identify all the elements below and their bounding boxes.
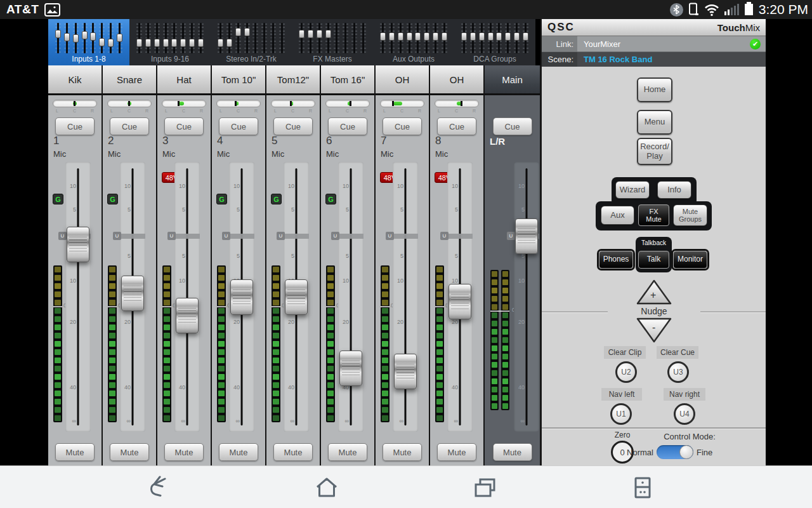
back-icon[interactable] [146,475,171,500]
mini-fader [107,23,114,53]
mini-fader-track [57,23,59,53]
channel-name[interactable]: Kik [48,65,102,95]
channel-number: 3 [162,135,168,147]
fader-knob[interactable] [394,354,417,389]
pan-slider[interactable] [216,100,261,107]
mini-fader [252,23,259,53]
tab-stereo-in-2-trk[interactable]: Stereo In/2-Trk [211,19,292,65]
channel-strip-7: OHLCR7MicCue48V0105U5102040∞Mute [376,65,430,465]
fader-knob[interactable] [176,298,199,333]
pan-slider[interactable] [107,100,152,107]
pan-slider[interactable] [162,100,206,107]
pan-slider[interactable] [53,100,97,107]
tab-inputs-1-8[interactable]: Inputs 1-8 [48,19,129,65]
cue-button[interactable]: Cue [164,117,204,135]
fader-knob[interactable] [121,276,144,311]
channel-name[interactable]: Tom12" [266,65,320,95]
mute-button[interactable]: Mute [164,443,204,461]
cue-button[interactable]: Cue [110,117,149,135]
user-button-u3[interactable]: U3 [667,361,689,383]
cue-button[interactable]: Cue [328,117,367,135]
channel-name[interactable]: Main [485,65,540,95]
mini-fader [154,23,160,53]
nudge-up-button[interactable]: + [636,279,672,305]
channel-number: 2 [108,135,114,147]
recents-icon[interactable] [473,475,498,500]
unity-line [338,234,363,239]
fader-knob[interactable] [67,227,89,262]
pan-slider[interactable] [435,100,479,107]
monitor-button[interactable]: Monitor [673,251,707,269]
mute-button[interactable]: Mute [383,443,422,461]
mini-fader [342,23,349,53]
mini-fader [72,23,79,53]
cue-button[interactable]: Cue [55,117,95,135]
cue-button[interactable]: Cue [493,117,532,135]
link-value[interactable]: YourMixer [584,39,620,49]
tab-fx-masters[interactable]: FX Masters [292,19,373,65]
channel-name[interactable]: Snare [103,65,156,95]
wizard-button[interactable]: Wizard [615,181,650,199]
fader-knob[interactable] [515,218,538,254]
info-button[interactable]: Info [657,181,691,199]
dual-window-icon[interactable] [630,475,655,500]
tab-dca-groups[interactable]: DCA Groups [454,19,535,65]
tab-aux-outputs[interactable]: Aux Outputs [373,19,454,65]
gate-badge: G [216,194,227,204]
fader-knob[interactable] [339,351,362,386]
fader-knob[interactable] [285,279,308,315]
channel-name[interactable]: Tom 10" [212,65,265,95]
talk-button[interactable]: Talk [638,251,669,269]
scene-row: Scene: TM 16 Rock Band [542,52,766,67]
mini-fader [406,23,413,53]
mute-groups-button[interactable]: Mute Groups [673,204,707,226]
cue-button[interactable]: Cue [219,117,258,135]
home-button[interactable]: Home [637,77,672,102]
user-button-u1[interactable]: U1 [610,403,632,425]
fader-scale-label: 20 [285,319,294,325]
channel-number: 7 [381,135,386,147]
channel-number: 6 [326,135,332,147]
mute-button[interactable]: Mute [437,443,476,461]
fader-knob[interactable] [230,279,253,315]
cue-button[interactable]: Cue [383,117,422,135]
pan-slider[interactable] [325,100,370,107]
mute-button[interactable]: Mute [273,443,313,461]
phones-button[interactable]: Phones [599,251,633,269]
pan-center-tick [290,101,292,106]
nudge-down-button[interactable]: - [636,317,672,344]
bluetooth-icon [670,3,683,17]
mute-button[interactable]: Mute [328,443,367,461]
control-mode-toggle[interactable] [657,445,693,459]
scene-value[interactable]: TM 16 Rock Band [584,55,652,64]
fx-mute-button[interactable]: FX Mute [638,204,669,226]
pan-slider[interactable] [271,100,315,107]
pan-slider[interactable] [380,100,424,107]
aux-button[interactable]: Aux [601,206,634,225]
record-play-button[interactable]: Record/ Play [637,138,672,165]
user-button-u2[interactable]: U2 [615,361,637,383]
cue-button[interactable]: Cue [273,117,313,135]
user-button-u4[interactable]: U4 [674,403,695,425]
unity-line [284,234,309,239]
home-icon[interactable] [314,475,339,500]
fader-scale-label: 5 [176,253,185,259]
fader-scale-label: ∞ [285,418,294,424]
tab-inputs-9-16[interactable]: Inputs 9-16 [129,19,211,65]
mute-button[interactable]: Mute [110,443,149,461]
channel-name[interactable]: Tom 16" [321,65,374,95]
divider-right [700,311,767,312]
panel-right-margin [766,19,812,465]
channel-name[interactable]: OH [430,65,483,95]
cue-button[interactable]: Cue [437,117,476,135]
mute-button[interactable]: Mute [55,443,95,461]
mini-fader-track [353,23,355,53]
toggle-knob[interactable] [679,445,693,459]
channel-name[interactable]: OH [376,65,429,95]
channel-name[interactable]: Hat [157,65,211,95]
mute-button[interactable]: Mute [493,443,532,461]
mini-fader-knob [73,34,79,43]
fader-knob[interactable] [449,284,471,319]
menu-button[interactable]: Menu [637,110,672,135]
mute-button[interactable]: Mute [219,443,258,461]
